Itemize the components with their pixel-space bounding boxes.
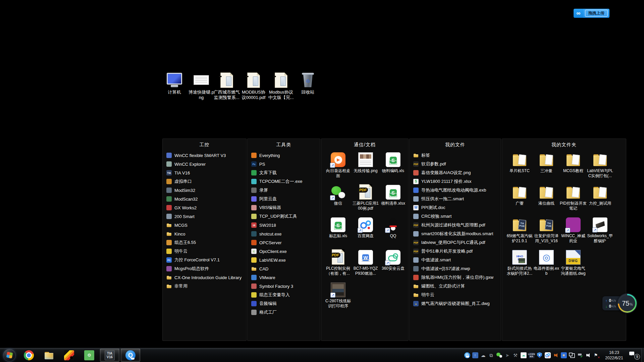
tray-item-speaker-orange[interactable] [552,352,559,359]
panel-title[interactable]: 我的文件 [410,139,501,149]
speed-ball-widget[interactable]: ↑ 0 K/s ↓ 0 K/s 75 % [602,293,637,313]
taskbar-app-chrome[interactable] [19,349,38,361]
tray-item-dark-arrow[interactable]: ➤ [504,352,511,359]
panel-grid-item[interactable]: LabVIEW与PLC实例打包(... [587,150,613,183]
panel-grid-item[interactable]: 液位曲线 [533,183,560,215]
panel-list-item[interactable]: COpcClient.exe [251,247,320,256]
panel-list-item[interactable]: LabVIEW.exe [251,256,320,264]
panel-list-item[interactable]: PDF软启参数.pdf [413,160,501,168]
tray-item-usb-eject[interactable]: ✔ [577,352,583,359]
tray-item-network[interactable] [569,352,575,359]
panel-grid-item[interactable]: C-280T线缆标识打印程序 [324,280,352,313]
panel-list-item[interactable]: 明牛云 [413,291,501,299]
panel-list-item[interactable]: MCGS [166,221,246,229]
panel-grid-item[interactable]: S物料编码.xls [379,150,407,183]
tray-item-flag[interactable]: ⚑ [593,352,599,359]
panel-list-item[interactable]: TCPCOME二合一.exe [251,177,320,186]
start-button[interactable] [0,348,19,362]
panel-list-item[interactable]: 组态王6.55 [166,238,246,247]
panel-list-item[interactable]: WinCC flexible SMART V3 [166,151,246,160]
panel-list-item[interactable]: 音频编辑 [251,299,320,308]
panel-grid-item[interactable]: 力控_测试用 [587,183,613,215]
tray-item-qbrowser[interactable]: Q [464,352,470,359]
panel-grid-item[interactable]: ▶向日葵远程桌面 [324,150,352,183]
panel-list-item[interactable]: CRC校验.smart [413,212,501,221]
panel-grid-item[interactable]: TIA POR往复炉排菏泽用_V15_V16 [533,215,560,248]
panel-list-item[interactable]: 18SW2018 [251,221,320,229]
panel-list-item[interactable]: 200 Smart [166,212,246,221]
panel-list-item[interactable]: ▲燃气蒸汽锅炉连锁逻辑图_肖工.dwg [413,299,501,308]
panel-list-item[interactable]: ModSim32 [166,186,246,195]
desktop-icon[interactable]: Modbus协议中文版【完... [267,71,295,100]
panel-list-item[interactable]: Kinco [166,229,246,238]
panel-grid-item[interactable]: 360安全云盘 [379,248,407,280]
tray-item-ime[interactable]: ▦ [560,352,567,359]
panel-list-item[interactable]: 组态王变量导入 [251,291,320,299]
panel-list-item[interactable]: shotcut.exe [251,229,320,238]
taskbar-clock[interactable]: 16:23 2022/6/21 [600,350,628,361]
baidu-drag-upload-widget[interactable]: ∞ 拖拽上传 [574,9,609,18]
panel-list-item[interactable]: 中值滤波.smart [413,256,501,264]
tray-item-license[interactable]: LICEN MA [528,352,535,359]
panel-list-item[interactable]: 非常用 [166,282,246,291]
panel-grid-item[interactable]: TIA POR65t燃气蒸汽锅炉21.9.1 [506,215,533,248]
memory-percent-ball[interactable]: 75 % [617,293,637,313]
panel-list-item[interactable]: WinCC Explorer [166,160,246,168]
panel-grid-item[interactable]: 无线传输.png [352,150,379,183]
panel-list-item[interactable]: 虚拟串口 [166,177,246,186]
desktop-icon[interactable]: MODBUS协议00001.pdf [240,71,267,100]
desktop-icon[interactable]: ♻回收站 [294,71,322,95]
panel-title[interactable]: 通信/文档 [321,139,408,149]
desktop-icon[interactable]: 计算机 [161,71,188,95]
panel-title[interactable]: 工控 [163,139,246,149]
taskbar-app-explorer[interactable] [40,349,58,361]
panel-list-item[interactable]: VMware [251,273,320,282]
panel-grid-item[interactable]: QQ [379,215,407,248]
panel-list-item[interactable]: 中值滤波+仿S7滤波.mwp [413,264,501,273]
panel-grid-item[interactable]: HH-O HO卧式间接式热水锅炉菏泽2... [506,248,533,280]
panel-grid-item[interactable]: Solidworks_甲醛锅炉 [587,215,613,248]
panel-list-item[interactable]: Everything [251,151,320,160]
taskbar-app-qq-browser[interactable]: Q [121,349,140,362]
panel-list-item[interactable]: VBS编辑器 [251,203,320,212]
tray-item-cloud[interactable]: ☁ [480,352,486,359]
panel-list-item[interactable]: PDF普中51单片机开发攻略.pdf [413,247,501,256]
panel-list-item[interactable]: 格式工厂 [251,308,320,317]
panel-grid-item[interactable]: PDFPLC控制实例（有图，有... [324,248,352,280]
panel-list-item[interactable]: TCP_UDP测试工具 [251,212,320,221]
panel-grid-item[interactable]: 百度网盘 [352,215,379,248]
panel-list-item[interactable]: FC力控 ForceControl V7.1 [166,256,246,264]
tray-item-windows[interactable]: ⧉ [488,352,494,359]
panel-list-item[interactable]: PsPS [251,160,320,168]
panel-grid-item[interactable]: S领料清单.xlsx [379,183,407,215]
panel-grid-item[interactable]: 广蓥 [506,183,533,215]
panel-list-item[interactable]: PDFlabview_使用OPC与PLC通讯.pdf [413,238,501,247]
panel-list-item[interactable]: Symbol Factory 3 [251,282,320,291]
desktop-icon[interactable]: 广西城市燃气监测预警系... [213,71,240,100]
panel-list-item[interactable]: CX-One Introduction Guide Library [166,273,246,282]
panel-list-item[interactable]: smart200标准化实践新modbus.smart [413,229,501,238]
panel-list-item[interactable]: ModScan32 [166,195,246,203]
drag-upload-button[interactable]: 拖拽上传 [583,9,609,18]
taskbar-app-green-gear-tool[interactable]: ⚙ [80,349,99,361]
tray-item-volume[interactable] [585,352,591,359]
notification-bubble[interactable]: 9 [629,351,640,360]
panel-list-item[interactable]: 恒压供水一拖二.smart [413,195,501,203]
tray-item-usb[interactable]: ▯ [472,352,478,359]
panel-list-item[interactable]: 除氧器HMI(压力控制，液位启停).gxw [413,273,501,282]
panel-list-item[interactable]: 罐图纸、立式卧式计算 [413,282,501,291]
panel-list-item[interactable]: OPCServer [251,238,320,247]
tray-item-wechat[interactable] [496,352,502,359]
panel-grid-item[interactable]: S标志贴.xls [324,215,352,248]
desktop-icon[interactable]: 博途快捷键.png [187,71,215,100]
panel-grid-item[interactable]: 单片机STC [506,150,533,183]
taskbar-app-tia-v16[interactable]: TIA V16 [100,349,119,362]
panel-list-item[interactable]: TIATIA V16 [166,168,246,177]
panel-grid-item[interactable]: ◎电器件图例.exb [533,248,560,280]
panel-list-item[interactable]: 导热油电气图纸改电动阀电源.exb [413,186,501,195]
panel-title[interactable]: 我的文件夹 [502,139,626,149]
panel-grid-item[interactable]: PDF三菱PLC应用100例.pdf [352,183,379,215]
panel-list-item[interactable]: McgsPro组态软件 [166,264,246,273]
panel-list-item[interactable]: 阿里云盘 [251,195,320,203]
panel-list-item[interactable]: SYLW1800 21117 报价.xlsx [413,177,501,186]
